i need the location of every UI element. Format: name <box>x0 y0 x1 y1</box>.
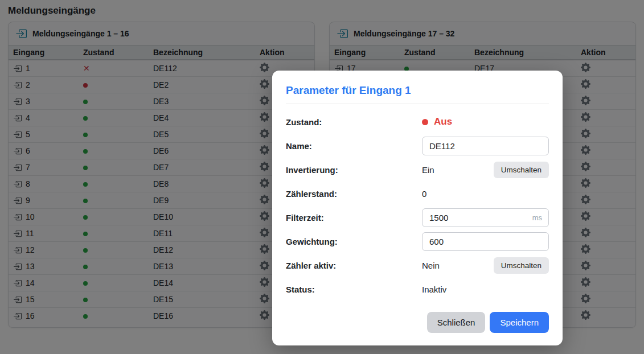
zaehler-aktiv-value: Nein <box>422 261 440 270</box>
modal-fields: Zustand: Aus Name: Invertierung: Ein Ums… <box>286 110 549 301</box>
name-input[interactable] <box>422 137 549 155</box>
invertierung-toggle-button[interactable]: Umschalten <box>494 162 549 178</box>
field-label: Status: <box>286 285 422 294</box>
field-label: Zustand: <box>286 117 422 127</box>
filterzeit-input[interactable] <box>422 208 549 227</box>
field-name: Name: <box>286 134 549 158</box>
field-invertierung: Invertierung: Ein Umschalten <box>286 158 549 182</box>
state-off-dot-icon <box>422 119 428 125</box>
field-label: Filterzeit: <box>286 213 422 223</box>
field-label: Zähler aktiv: <box>286 261 422 270</box>
field-label: Invertierung: <box>286 165 422 175</box>
invertierung-value: Ein <box>422 165 434 175</box>
zaehler-aktiv-toggle-button[interactable]: Umschalten <box>494 257 549 274</box>
modal-footer: Schließen Speichern <box>286 312 549 333</box>
field-filterzeit: Filterzeit: ms <box>286 205 549 229</box>
field-zaehlerstand: Zählerstand: 0 <box>286 182 549 205</box>
parameter-modal: Parameter für Eingang 1 Zustand: Aus Nam… <box>272 71 563 345</box>
field-label: Name: <box>286 141 422 151</box>
modal-title: Parameter für Eingang 1 <box>286 83 549 104</box>
field-zustand: Zustand: Aus <box>286 110 549 134</box>
save-button[interactable]: Speichern <box>490 312 549 333</box>
field-label: Gewichtung: <box>286 237 422 246</box>
status-value: Inaktiv <box>422 285 446 294</box>
field-status: Status: Inaktiv <box>286 277 549 301</box>
zustand-value: Aus <box>422 116 452 127</box>
field-zaehler-aktiv: Zähler aktiv: Nein Umschalten <box>286 253 549 277</box>
close-button[interactable]: Schließen <box>427 312 486 333</box>
zaehlerstand-value: 0 <box>422 189 426 199</box>
field-gewichtung: Gewichtung: <box>286 229 549 253</box>
gewichtung-input[interactable] <box>422 232 549 251</box>
field-label: Zählerstand: <box>286 189 422 199</box>
